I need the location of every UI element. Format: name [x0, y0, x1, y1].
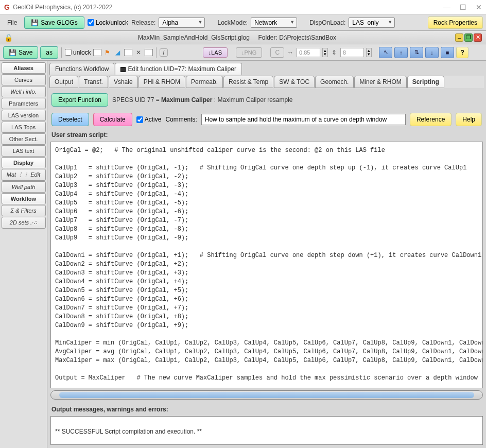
- sidebar-item-7[interactable]: LAS text: [2, 145, 46, 157]
- sidebar-item-10[interactable]: Well path: [2, 181, 46, 193]
- lockmode-select[interactable]: Network: [251, 18, 297, 28]
- minimize-button[interactable]: —: [443, 3, 450, 11]
- lock-icon: 🔒: [4, 33, 13, 42]
- nav-stop-button[interactable]: ■: [441, 47, 454, 58]
- sidebar-item-12[interactable]: Σ & Filters: [2, 205, 46, 216]
- calculate-button[interactable]: Calculate: [93, 113, 132, 126]
- rock-properties-button[interactable]: Rock Properties: [428, 16, 483, 29]
- titlebar: G GeolOil Petrophysics, (c) 2012-2022 — …: [0, 0, 486, 14]
- help-button[interactable]: ?: [456, 47, 468, 58]
- app-icon: G: [4, 3, 10, 11]
- release-label: Release:: [131, 19, 155, 26]
- sidebar-item-2[interactable]: Well i info.: [2, 86, 46, 97]
- inner-minimize-button[interactable]: –: [455, 33, 463, 42]
- sidebar-item-0[interactable]: Aliases: [2, 62, 46, 74]
- sidebar-item-6[interactable]: Other Sect.: [2, 133, 46, 145]
- tool-icon-3[interactable]: [145, 49, 153, 56]
- deselect-button[interactable]: Deselect: [51, 113, 89, 126]
- nav-down-button[interactable]: ↓: [425, 47, 439, 58]
- subtab-permeab-[interactable]: Permeab.: [186, 76, 223, 88]
- comments-label: Comments:: [165, 116, 197, 123]
- spinner-icon[interactable]: ▴▾: [322, 48, 328, 57]
- export-function-button[interactable]: Export Function: [51, 93, 108, 107]
- active-checkbox[interactable]: Active: [136, 116, 162, 123]
- sidebar-item-8[interactable]: Display: [2, 157, 46, 168]
- content-area: Functions Workflow Edit function UID=77:…: [47, 61, 486, 448]
- disponload-select[interactable]: LAS_only: [349, 18, 395, 28]
- sidebar-item-3[interactable]: Parameters: [2, 98, 46, 109]
- toolbar: 💾 Save as unlock ⚑ ◢ ✕ i ↓LAS ↓PNG C ↔ ▴…: [0, 44, 486, 61]
- release-select[interactable]: Alpha: [159, 18, 205, 28]
- help-small-button[interactable]: Help: [456, 113, 482, 126]
- subtab-geomech-[interactable]: Geomech.: [315, 76, 354, 88]
- subtab-scripting[interactable]: Scripting: [407, 76, 444, 88]
- disponload-label: DispOnLoad:: [309, 19, 345, 26]
- value-input[interactable]: [340, 48, 364, 57]
- save-glogs-label: Save GLOGs: [41, 19, 77, 26]
- x-icon[interactable]: ✕: [134, 48, 143, 57]
- specs-text: SPECS UID 77 = Maximum Caliper : Maximum…: [112, 96, 292, 104]
- output-messages: ** SUCCESSFUL Script compilation and exe…: [50, 416, 483, 445]
- lockmode-label: LockMode:: [217, 19, 248, 26]
- vert-icon: ⇕: [330, 48, 338, 57]
- reference-button[interactable]: Reference: [410, 113, 452, 126]
- close-button[interactable]: ✕: [476, 3, 482, 11]
- sidebar: AliasesCurvesWell i info.ParametersLAS v…: [0, 61, 47, 448]
- sidebar-item-5[interactable]: LAS Tops: [2, 122, 46, 133]
- nav-up-button[interactable]: ↑: [394, 47, 408, 58]
- zoom-input[interactable]: [297, 48, 320, 57]
- inner-close-button[interactable]: ✕: [474, 33, 482, 42]
- save-as-button[interactable]: as: [40, 46, 58, 59]
- export-png-button[interactable]: ↓PNG: [236, 47, 262, 58]
- sidebar-item-1[interactable]: Curves: [2, 74, 46, 85]
- nav-diag2-button[interactable]: ⇅: [410, 47, 423, 58]
- inner-maximize-button[interactable]: ❐: [464, 33, 473, 42]
- sidebar-item-9[interactable]: Mat ⋮⋮ Edit: [2, 169, 46, 181]
- menu-file[interactable]: File: [3, 17, 21, 28]
- window-title: GeolOil Petrophysics, (c) 2012-2022: [13, 4, 443, 11]
- export-las-button[interactable]: ↓LAS: [203, 47, 228, 58]
- save-button[interactable]: 💾 Save: [3, 46, 38, 59]
- filename: MaxMin_SampleAndHold_GlsScript.glog: [138, 34, 250, 41]
- folder-path: Folder: D:\Projects\SandBox: [258, 34, 336, 41]
- info-button[interactable]: i: [160, 48, 168, 57]
- maximize-button[interactable]: ☐: [460, 3, 466, 11]
- subtab-sw-toc[interactable]: SW & TOC: [274, 76, 315, 88]
- horizontal-scrollbar[interactable]: [50, 390, 483, 400]
- subtab-phi-rhom[interactable]: PHI & RHOM: [138, 76, 185, 88]
- comments-input[interactable]: [201, 114, 406, 125]
- output-messages-label: Output messages, warnings and errors:: [49, 404, 484, 415]
- spinner-icon-2[interactable]: ▴▾: [366, 48, 372, 57]
- menubar: File 💾 Save GLOGs Lock/unlock Release: A…: [0, 14, 486, 31]
- script-editor[interactable]: OrigCal = @2; # The original unshifted c…: [50, 142, 483, 388]
- arrow-icon: ↔: [286, 48, 294, 57]
- square-icon: [120, 67, 126, 72]
- tool-icon-1[interactable]: [93, 49, 101, 56]
- triangle-icon[interactable]: ◢: [114, 48, 122, 57]
- user-stream-label: User stream script:: [49, 129, 484, 141]
- subtab-output[interactable]: Output: [49, 76, 78, 88]
- sidebar-item-4[interactable]: LAS version: [2, 110, 46, 121]
- tool-icon-2[interactable]: [124, 49, 132, 56]
- subtab-resist-temp[interactable]: Resist & Temp: [223, 76, 273, 88]
- subtab-miner-rhom[interactable]: Miner & RHOM: [354, 76, 406, 88]
- sidebar-item-11[interactable]: Workflow: [2, 193, 46, 204]
- save-glogs-button[interactable]: 💾 Save GLOGs: [24, 16, 84, 29]
- subtab-transf-[interactable]: Transf.: [79, 76, 108, 88]
- tab-functions-workflow[interactable]: Functions Workflow: [49, 63, 114, 75]
- lock-unlock-checkbox[interactable]: Lock/unlock: [88, 19, 128, 26]
- c-button[interactable]: C: [270, 47, 284, 58]
- sidebar-item-13[interactable]: 2D sets .·∴: [2, 217, 46, 229]
- tab-edit-function[interactable]: Edit function UID=77: Maximum Caliper: [115, 63, 241, 75]
- filebar: 🔒 MaxMin_SampleAndHold_GlsScript.glog Fo…: [0, 31, 486, 44]
- nav-diag-button[interactable]: ↖: [379, 47, 392, 58]
- unlock-checkbox[interactable]: unlock: [65, 49, 91, 56]
- flag-icon[interactable]: ⚑: [103, 48, 112, 57]
- subtab-vshale[interactable]: Vshale: [109, 76, 138, 88]
